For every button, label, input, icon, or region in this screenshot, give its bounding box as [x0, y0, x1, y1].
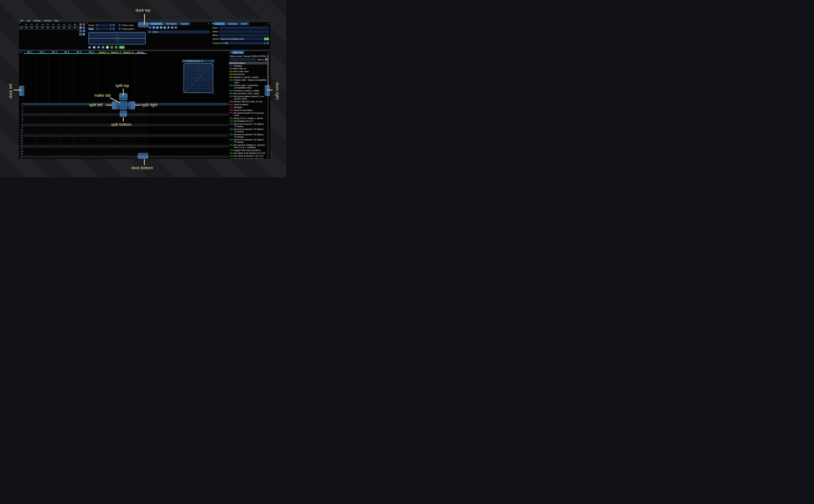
dock-right-target[interactable]: [265, 85, 270, 96]
pattern-cell[interactable]: ...........: [36, 151, 48, 153]
pattern-cell[interactable]: ...........: [60, 127, 73, 129]
pattern-cell[interactable]: ...........: [122, 119, 134, 121]
order-deep-clone-button[interactable]: [79, 33, 82, 36]
pattern-cell[interactable]: ...........: [97, 108, 110, 110]
pattern-row[interactable]: 21......................................…: [19, 158, 228, 159]
pattern-cell[interactable]: ...........: [60, 111, 73, 113]
pattern-cell[interactable]: ...........: [97, 140, 110, 142]
pattern-cell[interactable]: ...........: [134, 111, 147, 113]
pattern-cell[interactable]: ...........: [36, 132, 48, 134]
effect-row[interactable]: 10xySetup LFO (x: enable; y: speed): [228, 117, 268, 120]
pattern-cell[interactable]: ...........: [122, 132, 134, 134]
pattern-cell[interactable]: ...........: [97, 111, 110, 113]
order-cell[interactable]: 00: [29, 27, 34, 29]
pattern-cell[interactable]: ...........: [36, 137, 48, 139]
pattern-cell[interactable]: ...........: [48, 106, 61, 108]
pattern-cell[interactable]: ...........: [24, 140, 36, 142]
instrument-open-button[interactable]: [156, 26, 159, 29]
pattern-cell[interactable]: ...........: [60, 116, 73, 118]
pattern-cell[interactable]: ...........: [24, 127, 36, 129]
collapse-arrow-icon[interactable]: [212, 23, 213, 25]
pattern-cell[interactable]: ...........: [134, 119, 147, 121]
order-duplicate-button[interactable]: [79, 26, 82, 29]
pattern-cell[interactable]: ...........: [36, 121, 48, 123]
pattern-cell[interactable]: ...........: [97, 127, 110, 129]
effect-row[interactable]: 0BxxJump to pattern: [228, 103, 268, 106]
instrument-save-button[interactable]: [160, 26, 163, 29]
pattern-cell[interactable]: ...........: [48, 158, 61, 159]
pattern-cell[interactable]: ...........: [134, 151, 147, 153]
pattern-cell[interactable]: ...........: [48, 148, 61, 150]
follow-pattern-checkbox[interactable]: ✓: [118, 27, 121, 30]
pattern-cell[interactable]: ...........: [73, 127, 85, 129]
pattern-cell[interactable]: ...........: [24, 151, 36, 153]
pattern-cell[interactable]: ...........: [73, 151, 85, 153]
split-right-target[interactable]: [128, 102, 135, 109]
pattern-cell[interactable]: ...........: [73, 158, 85, 159]
effect-row[interactable]: 17xxToggle PCM mode (LEGACY): [228, 149, 268, 152]
pattern-cell[interactable]: ...........: [73, 124, 85, 126]
pattern-cell[interactable]: ...........: [122, 137, 134, 139]
effect-row[interactable]: 02xxPitch slide down: [228, 70, 268, 73]
pattern-cell[interactable]: ...........: [48, 151, 61, 153]
pattern-cell[interactable]: ...........: [97, 116, 110, 118]
order-cell[interactable]: 00: [61, 27, 67, 29]
pattern-cell[interactable]: ...........: [60, 132, 73, 134]
effect-row[interactable]: 0FxxSet speed (speed 2 if no grooves exi…: [228, 112, 268, 117]
pattern-cell[interactable]: ...........: [60, 108, 73, 110]
pattern-row[interactable]: 19......................................…: [19, 153, 228, 155]
play-button[interactable]: ▶: [88, 46, 91, 49]
pattern-cell[interactable]: ...........: [73, 140, 85, 142]
record-button[interactable]: [106, 46, 109, 49]
pattern-cell[interactable]: ...........: [97, 153, 110, 155]
pattern-cell[interactable]: ...........: [73, 103, 85, 105]
pattern-cell[interactable]: ...........: [97, 137, 110, 139]
pattern-down-button[interactable]: [101, 46, 104, 49]
pattern-cell[interactable]: ...........: [60, 148, 73, 150]
pattern-cell[interactable]: ...........: [134, 132, 147, 134]
pattern-cell[interactable]: ...........: [134, 108, 147, 110]
pattern-cell[interactable]: ...........: [97, 129, 110, 131]
pattern-cell[interactable]: ...........: [24, 145, 36, 147]
effect-row[interactable]: 09xxSet groove pattern (speed 1 if no gr…: [228, 95, 268, 101]
pattern-cell[interactable]: ...........: [60, 119, 73, 121]
pattern-cell[interactable]: ...........: [73, 108, 85, 110]
pattern-row[interactable]: 16......................................…: [19, 145, 228, 147]
pattern-cell[interactable]: ...........: [110, 145, 122, 147]
pattern-cell[interactable]: ...........: [60, 113, 73, 116]
pattern-cell[interactable]: ...........: [36, 127, 48, 129]
pattern-cell[interactable]: ...........: [60, 158, 73, 159]
pattern-cell[interactable]: ...........: [36, 119, 48, 121]
pattern-cell[interactable]: ...........: [36, 153, 48, 155]
pattern-cell[interactable]: ...........: [48, 116, 61, 118]
pattern-cell[interactable]: ...........: [24, 143, 36, 145]
pattern-cell[interactable]: ...........: [60, 129, 73, 131]
pattern-cell[interactable]: ...........: [24, 108, 36, 110]
pattern-cell[interactable]: ...........: [24, 158, 36, 159]
pattern-cell[interactable]: ...........: [134, 148, 147, 150]
oscilloscope-xy-window[interactable]: Oscilloscope (X-Y) ✕: [182, 60, 214, 94]
step-mode-button[interactable]: Step: [88, 27, 94, 30]
pattern-cell[interactable]: ...........: [85, 129, 97, 131]
menu-edit[interactable]: edit: [25, 20, 32, 22]
instrument-add-button[interactable]: +: [149, 26, 151, 29]
pattern-cell[interactable]: ...........: [97, 145, 110, 147]
pattern-cell[interactable]: ...........: [97, 121, 110, 123]
pattern-cell[interactable]: ...........: [73, 132, 85, 134]
order-move-to-bottom-button[interactable]: [82, 29, 85, 32]
pattern-cell[interactable]: ...........: [110, 132, 122, 134]
pattern-cell[interactable]: ...........: [36, 108, 48, 110]
pattern-cell[interactable]: ...........: [36, 113, 48, 116]
pattern-cell[interactable]: ...........: [110, 127, 122, 129]
song-author-input[interactable]: [219, 30, 269, 33]
pattern-cell[interactable]: ...........: [36, 116, 48, 118]
effect-row[interactable]: 16xySet operator multiplier (x: operator…: [228, 144, 268, 149]
pattern-cell[interactable]: ...........: [36, 158, 48, 159]
effect-row[interactable]: 05xyVolume slide + vibrato (compatibilit…: [228, 79, 268, 84]
pattern-cell[interactable]: ...........: [73, 135, 85, 137]
pattern-cell[interactable]: ...........: [73, 156, 85, 158]
pattern-cell[interactable]: ...........: [48, 145, 61, 147]
instrument-list-item-none[interactable]: - None -: [147, 30, 209, 33]
effect-row[interactable]: 0DxxJump to next pattern: [228, 109, 268, 112]
order-add-button[interactable]: +: [79, 23, 82, 26]
